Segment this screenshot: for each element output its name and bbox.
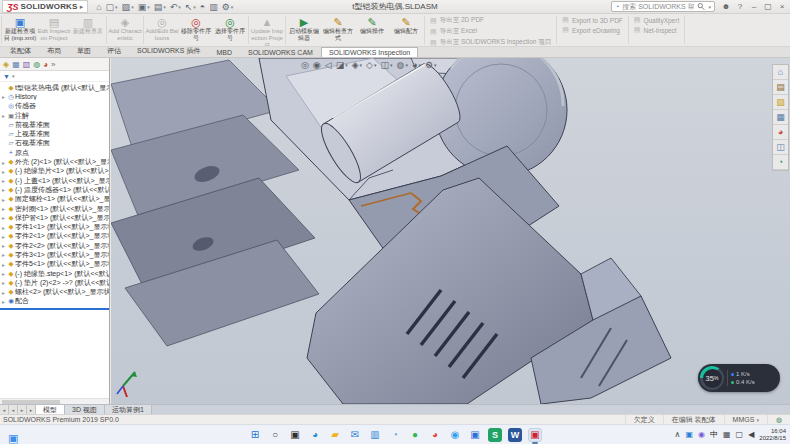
performance-overlay[interactable]: 35% 1 K/s 0.4 K/s: [698, 364, 780, 392]
panel-overflow-icon[interactable]: »: [51, 60, 55, 69]
previous-view-icon[interactable]: ◁: [325, 60, 332, 70]
tree-item[interactable]: ▸◆外壳 (2)<1> (默认<<默认>_显示状态: [0, 157, 109, 166]
commandmanager-tab[interactable]: SOLIDWORKS 插件: [129, 44, 208, 57]
minimize-button[interactable]: –: [748, 2, 760, 11]
search-caret-icon[interactable]: ▾: [708, 4, 711, 10]
commandmanager-tab[interactable]: SOLIDWORKS CAM: [240, 47, 321, 57]
sign-in-button[interactable]: ☻: [720, 2, 732, 11]
tree-item[interactable]: ▸◆零件2<2> (默认<<默认>_显示状: [0, 241, 109, 250]
dropdown-caret-icon[interactable]: ▾: [178, 2, 181, 12]
solidworks-icon[interactable]: ▣: [528, 428, 542, 442]
ribbon-button[interactable]: ▣新建检查项目 (imp.xml): [3, 14, 37, 46]
expand-arrow-icon[interactable]: ▸: [0, 279, 7, 286]
tree-item[interactable]: ▸◆(-) 垫片 (2)<2> ->? (默认<<默认: [0, 278, 109, 287]
select-icon[interactable]: ↖▾: [185, 2, 196, 12]
expand-arrow-icon[interactable]: ▸: [0, 251, 7, 258]
tree-item[interactable]: ▸◷History: [0, 92, 109, 101]
filter-funnel-icon[interactable]: ▼: [3, 73, 10, 80]
resources-home-icon[interactable]: ⌂: [773, 65, 788, 80]
expand-arrow-icon[interactable]: ▸: [0, 168, 7, 175]
view-orientation-icon[interactable]: ◇▾: [366, 60, 376, 70]
task-view-button[interactable]: ▣: [288, 428, 302, 442]
expand-arrow-icon[interactable]: ▸: [0, 298, 7, 305]
dropdown-caret-icon[interactable]: ▾: [163, 2, 166, 12]
help-search-input[interactable]: ◔ 搜索 SOLIDWORKS 帮助 ▾: [611, 1, 715, 12]
cad-model[interactable]: [111, 58, 790, 404]
commandmanager-tab[interactable]: 草图: [69, 44, 99, 57]
rebuild-icon[interactable]: ◓: [200, 2, 205, 12]
expand-arrow-icon[interactable]: ▸: [0, 242, 7, 249]
help-button[interactable]: ?: [734, 2, 746, 11]
dropdown-caret-icon[interactable]: ▾: [131, 2, 134, 12]
wps-icon[interactable]: S: [488, 428, 502, 442]
display-style-icon[interactable]: ◫▾: [381, 60, 393, 70]
solidworks-logo[interactable]: ƷS SOLIDWORKS ▸: [2, 0, 88, 13]
design-library-icon[interactable]: ▤: [773, 80, 788, 95]
tree-item[interactable]: ▸◆保护管<1> (默认<<默认>_显示状: [0, 213, 109, 222]
commandmanager-tab[interactable]: MBD: [208, 47, 240, 57]
commandmanager-tab[interactable]: SOLIDWORKS Inspection: [321, 47, 418, 57]
store-icon[interactable]: ▥: [368, 428, 382, 442]
tree-item[interactable]: ▸◆零件3<1> (默认<<默认>_显示状: [0, 250, 109, 259]
tab-scroll-button[interactable]: ▸: [27, 405, 36, 414]
weather-icon[interactable]: ◔: [388, 428, 402, 442]
tree-item[interactable]: ▸◆零件1<1> (默认<<默认>_显示状: [0, 222, 109, 231]
expand-arrow-icon[interactable]: ▸: [0, 214, 7, 221]
rollback-bar[interactable]: [0, 308, 109, 310]
expand-arrow-icon[interactable]: ▸: [0, 177, 7, 184]
expand-arrow-icon[interactable]: ▸: [0, 159, 7, 166]
featuremanager-tab-icon[interactable]: ◈: [3, 60, 9, 69]
dropdown-caret-icon[interactable]: ▾: [115, 2, 118, 12]
dropdown-caret-icon[interactable]: ▾: [390, 62, 393, 68]
view-settings-icon[interactable]: ⚙▾: [425, 60, 437, 70]
dimxpert-tab-icon[interactable]: ◍: [33, 60, 40, 69]
tree-filter[interactable]: ▼ ▾: [0, 71, 109, 82]
monitor-icon[interactable]: ▢: [736, 430, 744, 440]
tree-item[interactable]: ▸◆固定螺栓<1> (默认<<默认>_显示: [0, 195, 109, 204]
tab-scroll-button[interactable]: ◂: [9, 405, 18, 414]
restore-button[interactable]: ▢: [762, 2, 774, 11]
forum-icon[interactable]: ◔: [773, 155, 788, 170]
units-selector[interactable]: MMGS▾: [724, 415, 767, 424]
dropdown-caret-icon[interactable]: ▾: [360, 62, 363, 68]
mail-icon[interactable]: ✉: [348, 428, 362, 442]
search-button[interactable]: ○: [268, 428, 282, 442]
tray-chevron-icon[interactable]: ∧: [675, 430, 681, 440]
commandmanager-tab[interactable]: 布局: [39, 44, 69, 57]
taskbar-clock[interactable]: 16:042022/8/15: [759, 428, 786, 442]
expand-arrow-icon[interactable]: ▸: [0, 289, 7, 296]
custom-properties-icon[interactable]: ◫: [773, 140, 788, 155]
expand-arrow-icon[interactable]: ▸: [0, 270, 7, 277]
browser-app-icon[interactable]: ◕: [428, 428, 442, 442]
tree-item[interactable]: ◎传感器: [0, 102, 109, 111]
word-icon[interactable]: W: [508, 428, 522, 442]
keyboard-icon[interactable]: ▦: [723, 430, 731, 440]
globe-icon[interactable]: ◍: [767, 415, 790, 424]
tree-item[interactable]: ▸◆零件2<1> (默认<<默认>_显示状: [0, 232, 109, 241]
tree-item[interactable]: ▸◆(-) 上盖<1> (默认<<默认>_显示状: [0, 176, 109, 185]
zoom-area-icon[interactable]: ◉: [313, 60, 321, 70]
open-icon[interactable]: ▨▾: [122, 2, 134, 12]
ribbon-button[interactable]: ✎编辑配方: [389, 14, 423, 46]
graphics-viewport[interactable]: ◎◉◁◪▾◈▾◇▾◫▾◍▾◕▾⚙▾ ⌂▤▨▦◕◫◔ 35% 1 K/s 0.4 …: [111, 58, 790, 404]
expand-arrow-icon[interactable]: ▸: [0, 261, 7, 268]
document-tab[interactable]: 3D 视图: [65, 405, 105, 414]
speaker-icon[interactable]: ◀: [748, 430, 754, 440]
view-palette-icon[interactable]: ▦: [773, 110, 788, 125]
options-icon[interactable]: ⚙▾: [222, 2, 234, 12]
file-explorer-icon[interactable]: ▨: [773, 95, 788, 110]
appearances-icon[interactable]: ◕: [773, 125, 788, 140]
dropdown-caret-icon[interactable]: ▾: [374, 62, 377, 68]
expand-arrow-icon[interactable]: ▸: [0, 186, 7, 193]
tree-item[interactable]: +原点: [0, 148, 109, 157]
commandmanager-tab[interactable]: 装配体: [2, 44, 39, 57]
new-document-icon[interactable]: ▢▾: [106, 2, 118, 12]
tree-item[interactable]: ▱右视基准面: [0, 139, 109, 148]
document-tab[interactable]: 模型: [36, 405, 65, 414]
expand-arrow-icon[interactable]: ▸: [0, 93, 7, 100]
ribbon-button[interactable]: ▶启动模板编辑器: [287, 14, 321, 46]
start-button[interactable]: ⊞: [248, 428, 262, 442]
tree-item[interactable]: ▱上视基准面: [0, 129, 109, 138]
zoom-fit-icon[interactable]: ◎: [301, 60, 309, 70]
section-view-icon[interactable]: ◪▾: [336, 60, 348, 70]
